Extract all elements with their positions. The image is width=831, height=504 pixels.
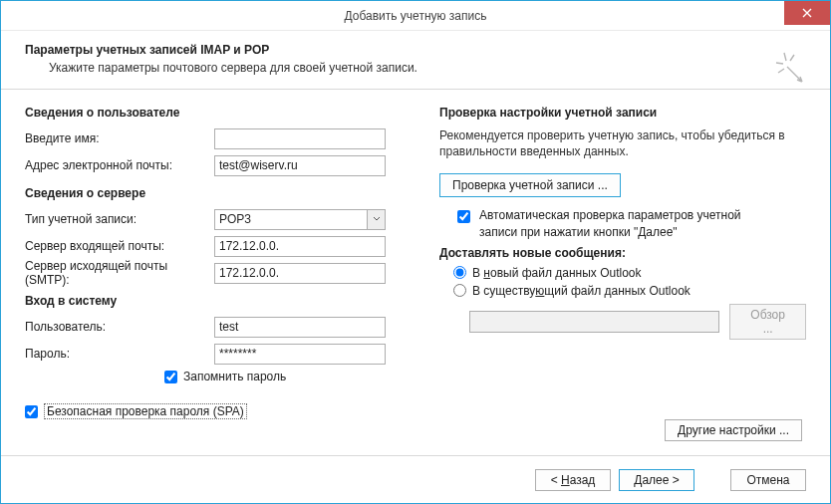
check-settings-title: Проверка настройки учетной записи — [439, 106, 806, 120]
spa-label: Безопасная проверка пароля (SPA) — [44, 403, 247, 419]
check-settings-description: Рекомендуется проверить учетную запись, … — [439, 127, 806, 159]
name-input[interactable] — [214, 128, 386, 149]
account-type-value: POP3 — [215, 210, 367, 229]
deliver-new-radio[interactable] — [453, 266, 466, 279]
cancel-button[interactable]: Отмена — [730, 469, 806, 491]
incoming-server-input[interactable] — [214, 236, 386, 257]
auto-check-label: Автоматическая проверка параметров учетн… — [479, 207, 768, 239]
next-button[interactable]: Далее > — [619, 469, 694, 491]
section-user-info: Сведения о пользователе — [25, 106, 414, 120]
spa-checkbox[interactable] — [25, 405, 38, 418]
dropdown-arrow-icon — [367, 210, 385, 229]
titlebar: Добавить учетную запись — [1, 1, 830, 31]
deliver-existing-label: В существующий файл данных Outlook — [472, 284, 691, 298]
left-column: Сведения о пользователе Введите имя: Адр… — [25, 106, 414, 455]
outgoing-server-input[interactable] — [214, 263, 386, 284]
deliver-title: Доставлять новые сообщения: — [439, 246, 806, 260]
auto-check-checkbox[interactable] — [457, 210, 470, 223]
deliver-new-label: В новый файл данных Outlook — [472, 266, 642, 280]
window-title: Добавить учетную запись — [345, 9, 487, 23]
password-input[interactable] — [214, 344, 386, 365]
name-label: Введите имя: — [25, 131, 214, 145]
dialog-add-account: Добавить учетную запись Параметры учетны… — [0, 0, 831, 504]
close-button[interactable] — [784, 1, 830, 25]
check-account-button[interactable]: Проверка учетной записи ... — [439, 173, 621, 197]
incoming-server-label: Сервер входящей почты: — [25, 239, 214, 253]
body: Сведения о пользователе Введите имя: Адр… — [1, 90, 830, 455]
section-server-info: Сведения о сервере — [25, 186, 414, 200]
remember-password-checkbox[interactable] — [164, 371, 177, 383]
account-type-label: Тип учетной записи: — [25, 212, 214, 226]
back-button[interactable]: < Назад — [535, 469, 611, 491]
other-settings-button[interactable]: Другие настройки ... — [665, 419, 802, 441]
username-label: Пользователь: — [25, 320, 214, 334]
header: Параметры учетных записей IMAP и POP Ука… — [1, 31, 830, 90]
email-input[interactable] — [214, 155, 386, 176]
browse-button: Обзор ... — [729, 304, 806, 340]
cursor-decoration-icon — [774, 49, 810, 93]
account-type-select[interactable]: POP3 — [214, 209, 386, 230]
email-label: Адрес электронной почты: — [25, 158, 214, 172]
deliver-existing-radio[interactable] — [453, 284, 466, 297]
footer: < Назад Далее > Отмена — [1, 455, 830, 503]
header-subtitle: Укажите параметры почтового сервера для … — [49, 61, 806, 75]
password-label: Пароль: — [25, 347, 214, 361]
existing-file-path-input — [469, 311, 719, 333]
section-login: Вход в систему — [25, 294, 414, 308]
remember-password-label: Запомнить пароль — [183, 370, 286, 383]
outgoing-server-label: Сервер исходящей почты (SMTP): — [25, 259, 214, 287]
header-title: Параметры учетных записей IMAP и POP — [25, 43, 806, 57]
username-input[interactable] — [214, 317, 386, 338]
right-column: Проверка настройки учетной записи Рекоме… — [414, 106, 806, 455]
